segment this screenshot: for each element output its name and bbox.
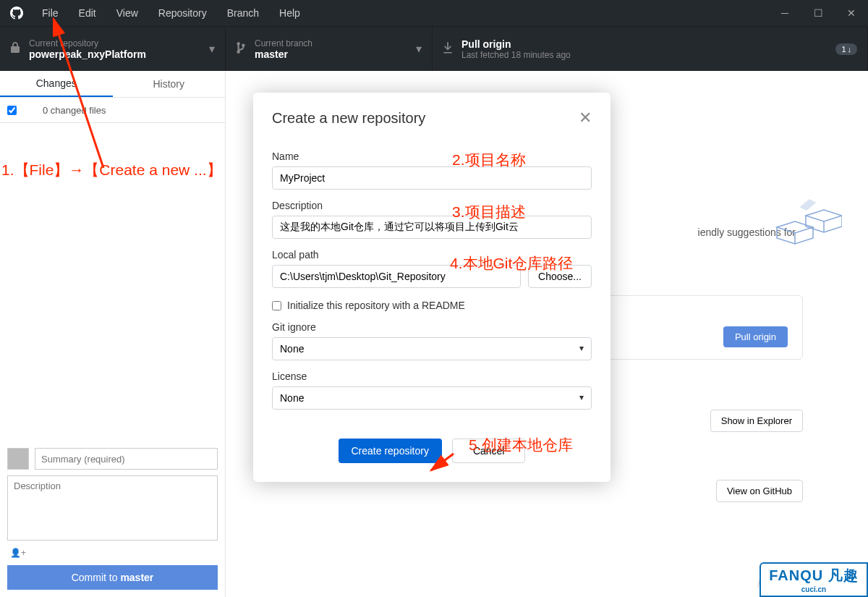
toolbar: Current repository powerpeak_nxyPlatform… <box>0 26 868 71</box>
avatar <box>7 448 29 470</box>
description-label: Description <box>272 200 592 211</box>
description-textarea[interactable] <box>7 475 218 541</box>
boxes-illustration-icon <box>770 191 842 249</box>
readme-checkbox[interactable] <box>272 301 281 310</box>
chevron-down-icon: ▾ <box>209 42 215 56</box>
menu-branch[interactable]: Branch <box>217 0 269 26</box>
git-branch-icon <box>236 41 246 57</box>
tab-changes[interactable]: Changes <box>0 71 113 97</box>
create-repository-modal: Create a new repository ✕ Name Descripti… <box>253 93 610 482</box>
sidebar: Changes History 0 changed files 👤+ Commi… <box>0 71 226 597</box>
github-logo-icon <box>10 7 23 20</box>
download-icon <box>443 41 453 57</box>
minimize-icon[interactable]: ─ <box>768 0 801 26</box>
changed-files-row: 0 changed files <box>0 97 225 123</box>
menu-help[interactable]: Help <box>269 0 310 26</box>
license-label: License <box>272 371 592 382</box>
summary-input[interactable] <box>35 448 218 470</box>
fanqu-watermark: FANQU 凡趣 cuci.cn <box>760 562 868 597</box>
titlebar: File Edit View Repository Branch Help ─ … <box>0 0 868 26</box>
commit-area: 👤+ Commit to master <box>0 441 225 597</box>
current-branch-dropdown[interactable]: Current branch master ▾ <box>226 27 433 71</box>
gitignore-label: Git ignore <box>272 321 592 333</box>
name-input[interactable] <box>272 166 592 190</box>
branch-label: Current branch <box>255 38 312 48</box>
add-co-authors-icon[interactable]: 👤+ <box>7 546 218 559</box>
repo-value: powerpeak_nxyPlatform <box>29 48 146 60</box>
lock-icon <box>10 42 20 56</box>
branch-value: master <box>255 48 312 60</box>
cancel-button[interactable]: Cancel <box>452 439 526 463</box>
modal-title: Create a new repository <box>272 110 425 127</box>
readme-label: Initialize this repository with a README <box>287 300 465 311</box>
sidebar-tabs: Changes History <box>0 71 225 97</box>
current-repository-dropdown[interactable]: Current repository powerpeak_nxyPlatform… <box>0 27 226 71</box>
gitignore-select[interactable]: None <box>272 337 592 360</box>
choose-button[interactable]: Choose... <box>528 265 592 288</box>
close-icon[interactable]: ✕ <box>835 0 868 26</box>
maximize-icon[interactable]: ☐ <box>801 0 835 26</box>
description-input[interactable] <box>272 216 592 239</box>
select-all-checkbox[interactable] <box>7 106 17 115</box>
window-controls: ─ ☐ ✕ <box>768 0 868 26</box>
local-path-label: Local path <box>272 249 592 261</box>
chevron-down-icon: ▾ <box>416 42 422 56</box>
menubar: File Edit View Repository Branch Help <box>32 0 310 26</box>
pull-origin-button[interactable]: Pull origin <box>723 326 788 347</box>
pull-label: Pull origin <box>461 38 571 50</box>
pull-origin-button[interactable]: Pull origin Last fetched 18 minutes ago … <box>433 27 868 71</box>
menu-view[interactable]: View <box>106 0 148 26</box>
pull-badge: 1 ↓ <box>835 43 857 55</box>
name-label: Name <box>272 151 592 162</box>
pull-sub: Last fetched 18 minutes ago <box>461 50 571 60</box>
changed-files-label: 0 changed files <box>43 105 106 116</box>
modal-close-icon[interactable]: ✕ <box>579 109 592 127</box>
tab-history[interactable]: History <box>113 71 226 97</box>
view-on-github-button[interactable]: View on GitHub <box>716 480 803 502</box>
menu-repository[interactable]: Repository <box>148 0 217 26</box>
menu-edit[interactable]: Edit <box>69 0 106 26</box>
show-in-explorer-button[interactable]: Show in Explorer <box>710 410 803 432</box>
local-path-input[interactable] <box>272 265 521 288</box>
commit-button[interactable]: Commit to master <box>7 565 218 590</box>
license-select[interactable]: None <box>272 386 592 410</box>
menu-file[interactable]: File <box>32 0 69 26</box>
create-repository-button[interactable]: Create repository <box>339 439 442 463</box>
repo-label: Current repository <box>29 38 146 48</box>
